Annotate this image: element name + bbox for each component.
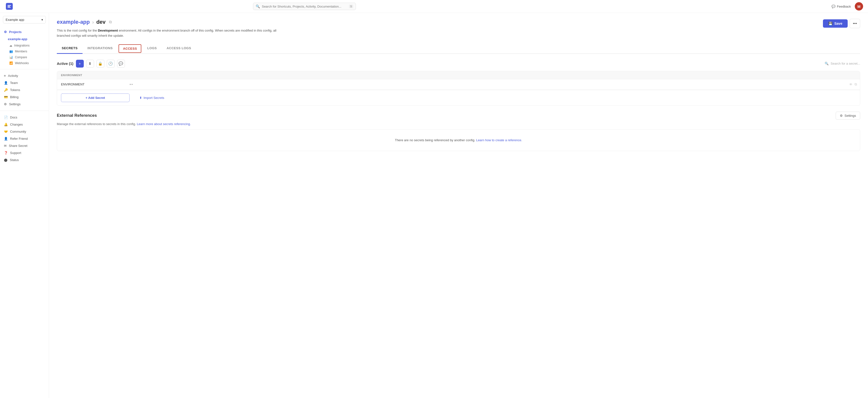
- topbar-right: 💬 Feedback M: [832, 2, 863, 10]
- clock-icon-btn[interactable]: 🕐: [107, 60, 115, 68]
- breadcrumb-separator: ›: [92, 19, 94, 25]
- comment-icon-btn[interactable]: 💬: [117, 60, 125, 68]
- cloud-icon: ☁: [9, 44, 12, 47]
- ext-ref-empty-box: There are no secrets being referenced by…: [57, 129, 860, 151]
- list-icon: ≡: [4, 74, 6, 77]
- sidebar-item-tokens[interactable]: 🔑 Tokens: [0, 87, 49, 94]
- projects-label: Projects: [9, 30, 22, 34]
- save-button[interactable]: 💾 Save: [823, 19, 848, 28]
- search-secrets-placeholder: Search for a secret...: [831, 62, 860, 65]
- search-secrets-icon: 🔍: [825, 62, 829, 65]
- search-icon: 🔍: [256, 4, 260, 8]
- gear-icon: ⚙: [4, 30, 7, 34]
- activity-label: Activity: [8, 74, 18, 77]
- sidebar-item-example-app[interactable]: example-app: [0, 35, 49, 42]
- share-secret-label: Share Secret: [9, 144, 27, 147]
- import-label: Import Secrets: [144, 96, 164, 100]
- app-body: Example app ▾ ⚙ Projects example-app ☁ I…: [0, 13, 868, 398]
- secret-search[interactable]: 🔍 Search for a secret...: [825, 62, 860, 65]
- copy-icon[interactable]: ⧉: [109, 20, 112, 24]
- tab-access[interactable]: ACCESS: [119, 44, 141, 53]
- project-name: example-app: [8, 37, 27, 41]
- tab-secrets[interactable]: SECRETS: [57, 44, 83, 54]
- settings-gear-icon: ⚙: [840, 114, 843, 118]
- breadcrumb-app[interactable]: example-app: [57, 19, 90, 25]
- feedback-label: Feedback: [837, 5, 851, 8]
- tab-logs[interactable]: LOGS: [142, 44, 162, 54]
- secret-value: ••: [126, 79, 845, 90]
- refer-label: Refer Friend: [10, 137, 28, 140]
- add-secret-btn[interactable]: +: [76, 60, 84, 68]
- col-name: ENVIRONMENT: [57, 71, 126, 79]
- download-icon-btn[interactable]: ⬇: [86, 60, 94, 68]
- docs-label: Docs: [10, 115, 18, 119]
- learn-create-link[interactable]: Learn how to create a reference.: [476, 138, 522, 142]
- search-input[interactable]: [262, 5, 347, 8]
- sidebar-item-community[interactable]: 🤝 Community: [0, 128, 49, 135]
- sidebar-item-team[interactable]: 👤 Team: [0, 79, 49, 87]
- search-kbd: S: [349, 5, 353, 8]
- page-description: This is the root config for the Developm…: [57, 28, 277, 38]
- sidebar-item-refer[interactable]: 👤 Refer Friend: [0, 135, 49, 142]
- lock-icon-btn[interactable]: 🔒: [96, 60, 104, 68]
- person-plus-icon: 👤: [4, 137, 8, 140]
- sidebar-sub-members[interactable]: 👥 Members: [0, 48, 49, 54]
- community-label: Community: [10, 130, 26, 133]
- sidebar-item-activity[interactable]: ≡ Activity: [0, 72, 49, 79]
- import-icon: ⬆: [140, 96, 142, 100]
- ext-ref-header: External References ⚙ Settings: [57, 111, 860, 120]
- send-icon: ✉: [4, 144, 7, 147]
- more-button[interactable]: •••: [849, 19, 860, 28]
- team-label: Team: [10, 81, 18, 85]
- table-row: ENVIRONMENT •• 👁 ⧉: [57, 79, 860, 90]
- feedback-button[interactable]: 💬 Feedback: [832, 5, 851, 8]
- copy-secret-icon[interactable]: ⧉: [855, 82, 857, 87]
- search-bar[interactable]: 🔍 S: [253, 3, 356, 10]
- import-secrets-button[interactable]: ⬆ Import Secrets: [140, 96, 164, 100]
- sidebar-item-share-secret[interactable]: ✉ Share Secret: [0, 142, 49, 149]
- sidebar-item-status[interactable]: ⬤ Status: [0, 157, 49, 164]
- changes-label: Changes: [10, 123, 23, 126]
- key-icon: 🔑: [4, 88, 8, 92]
- sidebar-item-changes[interactable]: 🔔 Changes: [0, 121, 49, 128]
- secret-dots: ••: [130, 82, 133, 87]
- sidebar-sub-compare[interactable]: 📊 Compare: [0, 54, 49, 60]
- page-actions: 💾 Save •••: [823, 19, 860, 28]
- sidebar-sub-integrations[interactable]: ☁ Integrations: [0, 42, 49, 48]
- save-label: Save: [834, 22, 842, 26]
- page-header: example-app › dev ⧉ 💾 Save •••: [57, 19, 860, 28]
- sidebar-item-support[interactable]: ❓ Support: [0, 149, 49, 157]
- col-value: [126, 71, 845, 79]
- app-selector[interactable]: Example app ▾: [3, 16, 46, 24]
- ext-ref-description: Manage the external references to secret…: [57, 122, 860, 126]
- app-selector-label: Example app: [6, 18, 24, 22]
- active-count: Active (1): [57, 61, 73, 66]
- hand-icon: 🤝: [4, 130, 8, 133]
- breadcrumb-env: dev: [96, 19, 105, 25]
- nav-section: ≡ Activity 👤 Team 🔑 Tokens 💳 Billing ⚙ S…: [0, 71, 49, 109]
- topbar: 🔍 S 💬 Feedback M: [0, 0, 868, 13]
- sidebar-item-docs[interactable]: 📄 Docs: [0, 114, 49, 121]
- table-header: ENVIRONMENT: [57, 71, 860, 79]
- sub-integrations-label: Integrations: [14, 44, 30, 47]
- add-secret-button[interactable]: + Add Secret: [61, 94, 130, 102]
- tab-integrations[interactable]: INTEGRATIONS: [83, 44, 118, 54]
- col-actions: [845, 71, 860, 79]
- sub-webhooks-label: Webhooks: [15, 61, 29, 65]
- tab-access-logs[interactable]: ACCESS LOGS: [162, 44, 196, 54]
- external-references-section: External References ⚙ Settings Manage th…: [57, 111, 860, 151]
- ext-ref-title: External References: [57, 113, 97, 118]
- circle-dot-icon: ⬤: [4, 158, 8, 162]
- ext-ref-settings-button[interactable]: ⚙ Settings: [836, 111, 860, 120]
- sidebar-item-billing[interactable]: 💳 Billing: [0, 94, 49, 101]
- sidebar-sub-webhooks[interactable]: 📶 Webhooks: [0, 60, 49, 66]
- signal-icon: 📶: [9, 61, 13, 65]
- eye-icon[interactable]: 👁: [849, 82, 852, 87]
- person-icon: 👤: [4, 81, 8, 85]
- secrets-section-header: Active (1) + ⬇ 🔒 🕐 💬 🔍 Search for a secr…: [57, 60, 860, 68]
- add-import-row: + Add Secret ⬆ Import Secrets: [57, 90, 860, 105]
- sidebar-item-settings[interactable]: ⚙ Settings: [0, 101, 49, 108]
- sidebar-item-projects[interactable]: ⚙ Projects: [0, 28, 49, 35]
- user-avatar[interactable]: M: [855, 2, 863, 10]
- learn-more-link[interactable]: Learn more about secrets referencing.: [137, 122, 191, 126]
